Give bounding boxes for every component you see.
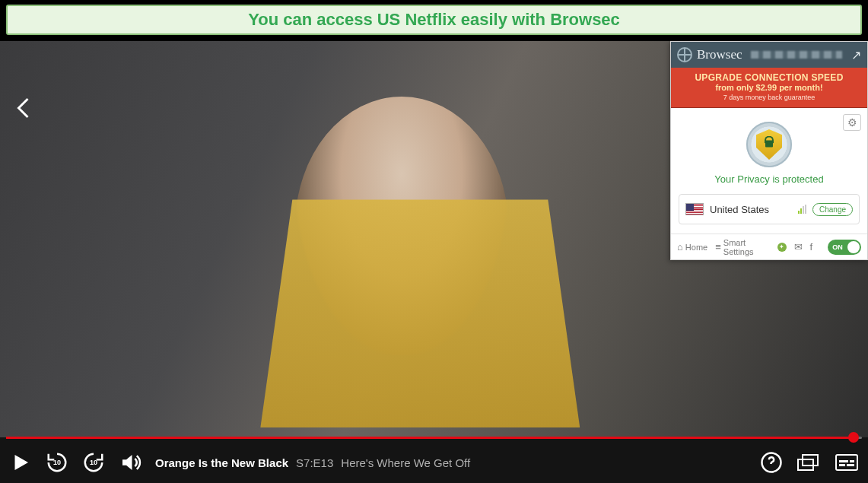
player-controls: 10 10 Orange Is the New Black S7:E13 Her…: [0, 442, 868, 483]
progress-track[interactable]: [6, 437, 862, 439]
sliders-icon: ≡: [715, 241, 721, 253]
progress-fill: [6, 437, 854, 439]
volume-button[interactable]: [119, 451, 141, 474]
badge-icon: ✦: [777, 243, 787, 252]
skip-back-amount: 10: [46, 459, 68, 466]
facebook-icon[interactable]: f: [810, 241, 813, 253]
upgrade-line3: 7 days money back guarantee: [674, 94, 864, 101]
browsec-panel: Browsec ↗ UPGRADE CONNECTION SPEED from …: [670, 41, 868, 260]
skip-fwd-amount: 10: [82, 459, 105, 466]
change-location-button[interactable]: Change: [812, 203, 853, 216]
back-button[interactable]: [11, 94, 38, 122]
privacy-status: Your Privacy is protected: [679, 173, 860, 185]
episodes-button[interactable]: [796, 453, 821, 472]
mail-icon[interactable]: ✉: [794, 241, 803, 253]
skip-back-10-button[interactable]: 10: [46, 451, 68, 474]
browsec-logo-icon: [677, 47, 692, 62]
show-title: Orange Is the New Black: [155, 456, 288, 469]
skip-forward-10-button[interactable]: 10: [82, 451, 105, 474]
home-icon: ⌂: [677, 241, 683, 253]
toggle-label: ON: [832, 243, 843, 251]
us-flag-icon: [685, 203, 704, 215]
subtitles-button[interactable]: [835, 453, 859, 472]
progress-knob[interactable]: [848, 432, 859, 443]
location-selector[interactable]: United States Change: [679, 194, 860, 224]
browsec-body: ⚙ Your Privacy is protected United State…: [671, 108, 867, 234]
open-external-icon[interactable]: ↗: [851, 48, 861, 62]
home-link[interactable]: ⌂ Home: [677, 241, 707, 253]
upgrade-line1: UPGRADE CONNECTION SPEED: [674, 72, 864, 83]
caption-banner: You can access US Netflix easily with Br…: [6, 5, 862, 35]
settings-button[interactable]: ⚙: [843, 114, 861, 131]
country-name: United States: [710, 204, 792, 215]
browsec-header: Browsec ↗: [671, 42, 867, 68]
episode-code: S7:E13: [296, 456, 333, 469]
caption-text: You can access US Netflix easily with Br…: [248, 10, 620, 30]
progress-bar[interactable]: [6, 434, 862, 440]
smart-settings-link[interactable]: ≡ Smart Settings ✦: [715, 238, 786, 256]
upgrade-banner[interactable]: UPGRADE CONNECTION SPEED from only $2.99…: [671, 68, 867, 108]
svg-rect-5: [847, 464, 854, 466]
help-button[interactable]: [760, 451, 783, 474]
title-block: Orange Is the New Black S7:E13 Here's Wh…: [155, 456, 470, 469]
home-label: Home: [685, 243, 707, 252]
smart-settings-label: Smart Settings: [723, 238, 778, 256]
shield-icon: [746, 122, 792, 167]
episode-title: Here's Where We Get Off: [341, 456, 470, 469]
upgrade-line2: from only $2.99 per month!: [674, 83, 864, 92]
play-button[interactable]: [9, 451, 32, 474]
signal-icon: [798, 205, 806, 214]
vpn-toggle[interactable]: ON: [828, 240, 861, 255]
svg-rect-6: [839, 460, 848, 462]
svg-rect-7: [850, 460, 854, 462]
browsec-brand: Browsec: [697, 47, 742, 62]
toggle-knob: [847, 241, 860, 253]
ip-address-blurred: [751, 51, 842, 59]
svg-rect-4: [839, 464, 845, 466]
browsec-footer: ⌂ Home ≡ Smart Settings ✦ ✉ f ON: [671, 234, 867, 259]
